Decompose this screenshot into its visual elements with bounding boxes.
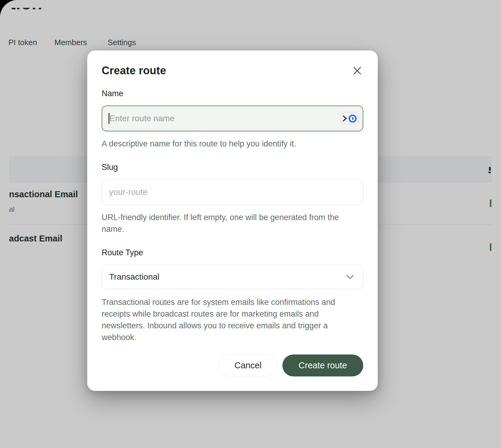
slug-label: Slug bbox=[102, 163, 363, 172]
text-cursor bbox=[109, 113, 109, 124]
slug-helper-text: URL-friendly identifier. If left empty, … bbox=[102, 212, 363, 235]
chevron-down-icon bbox=[346, 274, 355, 280]
route-type-description: Transactional routes are for system emai… bbox=[102, 296, 363, 344]
name-helper-text: A descriptive name for this route to hel… bbox=[102, 138, 363, 149]
onepassword-icon bbox=[349, 115, 357, 123]
route-type-select[interactable]: Transactional bbox=[102, 265, 363, 289]
create-route-button[interactable]: Create route bbox=[282, 354, 363, 376]
create-route-modal: Create route Name A descrip bbox=[87, 51, 378, 391]
route-type-label: Route Type bbox=[102, 248, 363, 257]
chevron-right-icon bbox=[342, 115, 347, 122]
modal-header: Create route bbox=[102, 64, 363, 77]
route-type-field-group: Route Type Transactional Transactional r… bbox=[102, 248, 363, 344]
slug-input-wrap bbox=[102, 179, 363, 205]
cancel-button[interactable]: Cancel bbox=[219, 354, 278, 376]
slug-field-group: Slug URL-friendly identifier. If left em… bbox=[102, 163, 363, 235]
onepassword-autofill-button[interactable] bbox=[340, 112, 359, 125]
name-input-wrap bbox=[102, 106, 363, 131]
close-icon bbox=[352, 66, 362, 76]
modal-title: Create route bbox=[102, 64, 166, 77]
name-input[interactable] bbox=[102, 106, 363, 131]
close-button[interactable] bbox=[351, 65, 363, 77]
screen: tion PI token Members Settings nsactiona… bbox=[0, 0, 501, 448]
slug-input[interactable] bbox=[102, 179, 363, 205]
name-label: Name bbox=[102, 89, 363, 98]
route-type-selected-value: Transactional bbox=[109, 272, 159, 282]
modal-actions: Cancel Create route bbox=[102, 354, 363, 376]
name-field-group: Name A descriptive name for this route t… bbox=[102, 89, 363, 149]
